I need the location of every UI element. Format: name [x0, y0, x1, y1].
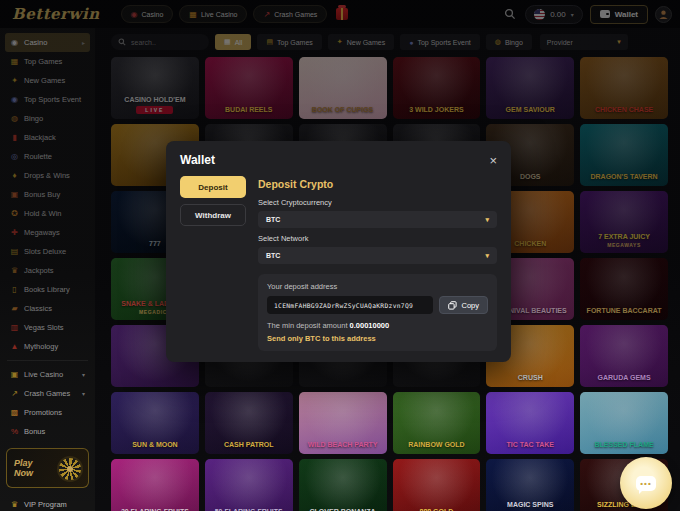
network-value: BTC [266, 252, 280, 259]
chevron-down-icon: ▾ [485, 216, 489, 224]
cryptocurrency-label: Select Cryptocurrency [258, 198, 497, 207]
chevron-down-icon: ▾ [485, 252, 489, 260]
deposit-address-label: Your deposit address [267, 282, 488, 291]
close-icon[interactable]: × [489, 154, 497, 167]
wallet-modal: Wallet × Deposit Withdraw Deposit Crypto… [166, 141, 511, 362]
chat-bubble-icon: ••• [636, 476, 656, 491]
deposit-panel: Deposit Crypto Select Cryptocurrency BTC… [258, 176, 497, 351]
copy-icon [448, 301, 457, 310]
min-deposit-note: The min deposit amount 0.00010000 [267, 321, 488, 330]
copy-button-label: Copy [461, 301, 479, 310]
network-select[interactable]: BTC ▾ [258, 247, 497, 264]
deposit-address[interactable]: 1CENmFAHBG9ZADrRwZSyCUAQaKRDzvn7Q9 [267, 296, 433, 314]
modal-body: Deposit Withdraw Deposit Crypto Select C… [180, 176, 497, 351]
copy-button[interactable]: Copy [439, 296, 488, 314]
modal-header: Wallet × [180, 153, 497, 167]
wallet-tabs: Deposit Withdraw [180, 176, 246, 351]
deposit-tab[interactable]: Deposit [180, 176, 246, 198]
deposit-address-panel: Your deposit address 1CENmFAHBG9ZADrRwZS… [258, 274, 497, 351]
deposit-address-row: 1CENmFAHBG9ZADrRwZSyCUAQaKRDzvn7Q9 Copy [267, 296, 488, 314]
withdraw-tab[interactable]: Withdraw [180, 204, 246, 226]
deposit-heading: Deposit Crypto [258, 178, 497, 190]
cryptocurrency-select[interactable]: BTC ▾ [258, 211, 497, 228]
cryptocurrency-value: BTC [266, 216, 280, 223]
chat-widget-button[interactable]: ••• [620, 457, 672, 509]
min-deposit-amount: 0.00010000 [350, 321, 390, 330]
min-deposit-prefix: The min deposit amount [267, 321, 347, 330]
modal-title: Wallet [180, 153, 215, 167]
network-label: Select Network [258, 234, 497, 243]
deposit-warning: Send only BTC to this address [267, 334, 488, 343]
